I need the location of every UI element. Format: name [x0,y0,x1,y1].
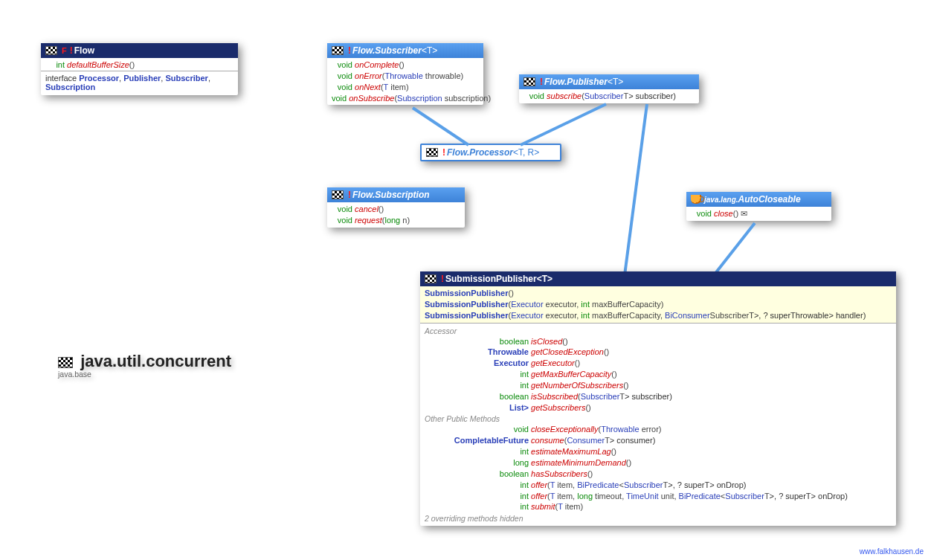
bang-icon: ! [348,190,351,200]
cup-icon [691,195,701,204]
interface-flow-subscription[interactable]: ! Flow.Subscription void cancel ()void r… [327,187,465,228]
method-row[interactable]: boolean isClosed () [420,336,896,347]
flag-icon [524,77,535,86]
class-title: Flow [74,45,94,56]
interface-body: void cancel ()void request (long n) [327,202,465,228]
class-header: F ! Flow [41,43,238,58]
methods: Accessor boolean isClosed ()Throwable ge… [420,323,896,527]
section-label: Accessor [420,325,896,336]
bang-icon: ! [70,45,73,56]
flag-icon [426,148,438,157]
method-row[interactable]: void onSubscribe (Subscription subscript… [327,93,483,104]
interface-flow-publisher[interactable]: ! Flow.Publisher <T> void subscribe (Sub… [519,74,699,103]
flag-icon [58,357,73,368]
bang-icon: ! [441,274,444,284]
package-prefix: java.lang. [704,196,738,204]
interface-title: AutoCloseable [738,194,801,205]
bang-icon: ! [442,147,445,158]
class-header: ! SubmissionPublisher <T> [420,271,896,286]
method-row[interactable]: int estimateMaximumLag () [420,446,896,457]
interface-header: ! Flow.Publisher <T> [519,74,699,89]
constructors: SubmissionPublisher ()SubmissionPublishe… [420,286,896,323]
nested-interfaces: interface Processor, Publisher, Subscrib… [41,71,238,94]
constructor-row[interactable]: SubmissionPublisher () [420,288,896,299]
class-submissionpublisher[interactable]: ! SubmissionPublisher <T> SubmissionPubl… [420,271,896,526]
method-row[interactable]: void onComplete () [327,59,483,71]
final-marker: F [62,46,67,55]
interface-body: void onComplete ()void onError (Throwabl… [327,58,483,105]
interface-body: void subscribe (SubscriberT> subscriber) [519,89,699,103]
method-row[interactable]: Executor getExecutor () [420,358,896,369]
package-label: java.util.concurrent java.base [58,352,231,379]
class-title: SubmissionPublisher [445,274,537,284]
method-row[interactable]: long estimateMinimumDemand () [420,457,896,469]
interface-header: ! Flow.Subscriber <T> [327,43,483,58]
interface-title: Flow.Publisher [544,77,608,87]
interface-flow-processor[interactable]: ! Flow.Processor <T, R> [420,144,561,161]
bang-icon: ! [540,77,543,87]
method-row[interactable]: int offer (T item, long timeout, TimeUni… [420,491,896,502]
interface-title: Flow.Subscriber [352,45,422,56]
interface-autocloseable[interactable]: java.lang. AutoCloseable void close () ✉ [686,192,831,221]
method-row[interactable]: void request (long n) [327,215,465,226]
interface-body: void close () ✉ [686,207,831,221]
constructor-row[interactable]: SubmissionPublisher (Executor executor, … [420,310,896,321]
method-row[interactable]: void cancel () [327,204,465,215]
method-row[interactable]: Throwable getClosedException () [420,347,896,358]
class-body: int defaultBufferSize () interface Proce… [41,58,238,95]
interface-header: java.lang. AutoCloseable [686,192,831,207]
method-row[interactable]: CompletableFuture consume (ConsumerT> co… [420,435,896,446]
bang-icon: ! [348,45,351,56]
method-row[interactable]: int submit (T item) [420,501,896,512]
flag-icon [425,274,436,283]
method-row[interactable]: int offer (T item, BiPredicate<Subscribe… [420,480,896,491]
class-flow[interactable]: F ! Flow int defaultBufferSize () interf… [41,43,238,95]
constructor-row[interactable]: SubmissionPublisher (Executor executor, … [420,299,896,310]
method-row[interactable]: void closeExceptionally (Throwable error… [420,424,896,435]
flag-icon [332,46,344,55]
method-row[interactable]: boolean hasSubscribers () [420,469,896,480]
method-row[interactable]: int getNumberOfSubscribers () [420,380,896,391]
method-row[interactable]: int getMaxBufferCapacity () [420,369,896,380]
flag-icon [332,190,344,199]
method-row[interactable]: void subscribe (SubscriberT> subscriber) [519,91,699,102]
method-row[interactable]: List> getSubscribers () [420,402,896,413]
interface-flow-subscriber[interactable]: ! Flow.Subscriber <T> void onComplete ()… [327,43,483,105]
section-label: Other Public Methods [420,413,896,424]
flag-icon [45,46,57,55]
hidden-note: 2 overriding methods hidden [420,512,896,524]
method-row[interactable]: boolean isSubscribed (SubscriberT> subsc… [420,391,896,402]
method-row[interactable]: void onNext (T item) [327,82,483,93]
interface-title: Flow.Processor [447,147,513,158]
interface-header: ! Flow.Subscription [327,187,465,202]
interface-header: ! Flow.Processor <T, R> [422,145,560,160]
footer-link[interactable]: www.falkhausen.de [860,547,924,556]
interface-title: Flow.Subscription [352,190,430,200]
method-row[interactable]: void onError (Throwable throwable) [327,71,483,82]
method-row[interactable]: void close () ✉ [686,208,831,219]
